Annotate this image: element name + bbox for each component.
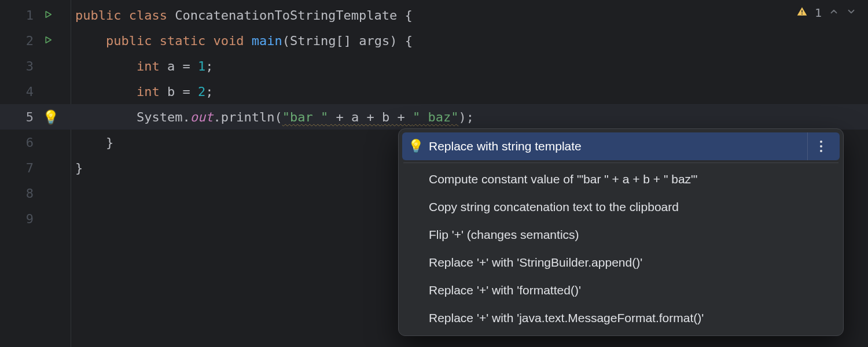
line-number[interactable]: 2 bbox=[0, 28, 39, 53]
svg-rect-1 bbox=[801, 13, 803, 14]
intention-label: Replace with string template bbox=[429, 139, 582, 153]
gutter-icons-column: 💡 bbox=[39, 0, 71, 347]
gutter-icon-row bbox=[39, 28, 71, 53]
code-line-current[interactable]: System.out.println("bar " + a + b + " ba… bbox=[71, 104, 868, 130]
inspections-widget[interactable]: 1 bbox=[796, 3, 856, 22]
line-number[interactable]: 7 bbox=[0, 155, 39, 180]
svg-rect-0 bbox=[801, 10, 803, 12]
number-literal: 1 bbox=[198, 59, 205, 73]
gutter-icon-row: 💡 bbox=[39, 104, 71, 130]
vertical-dots-icon bbox=[820, 141, 822, 152]
gutter-icon-row bbox=[39, 155, 71, 180]
string-literal: " baz" bbox=[413, 110, 458, 124]
intention-label: Replace '+' with 'StringBuilder.append()… bbox=[429, 256, 642, 270]
code-line[interactable]: int a = 1; bbox=[71, 53, 868, 79]
chevron-up-icon[interactable] bbox=[829, 6, 839, 20]
line-number[interactable]: 3 bbox=[0, 53, 39, 79]
param-name: args bbox=[359, 34, 389, 48]
intention-item[interactable]: Replace '+' with 'StringBuilder.append()… bbox=[402, 249, 840, 276]
intention-item[interactable]: Flip '+' (changes semantics) bbox=[402, 221, 840, 249]
keyword: class bbox=[129, 8, 167, 23]
method-name: main bbox=[252, 34, 282, 48]
intention-item[interactable]: Copy string concatenation text to the cl… bbox=[402, 193, 840, 221]
keyword: void bbox=[213, 34, 244, 48]
line-number[interactable]: 5 bbox=[0, 104, 39, 130]
warning-count: 1 bbox=[815, 6, 822, 20]
gutter-icon-row bbox=[39, 79, 71, 104]
lightbulb-icon[interactable]: 💡 bbox=[43, 110, 58, 124]
gutter-icon-row bbox=[39, 130, 71, 155]
run-icon[interactable] bbox=[43, 8, 53, 23]
intention-item-selected[interactable]: 💡 Replace with string template bbox=[402, 132, 840, 160]
line-number[interactable]: 6 bbox=[0, 130, 39, 155]
intention-item[interactable]: Replace '+' with 'java.text.MessageForma… bbox=[402, 304, 840, 332]
warning-icon[interactable] bbox=[796, 6, 808, 20]
line-number[interactable]: 8 bbox=[0, 180, 39, 206]
line-number[interactable]: 9 bbox=[0, 206, 39, 231]
intention-label: Flip '+' (changes semantics) bbox=[429, 228, 579, 242]
class-name: ConcatenationToStringTemplate bbox=[175, 8, 397, 23]
line-number[interactable]: 1 bbox=[0, 2, 39, 28]
intention-actions-popup[interactable]: 💡 Replace with string template Compute c… bbox=[398, 128, 844, 336]
string-literal: "bar " bbox=[282, 110, 328, 124]
intention-label: Copy string concatenation text to the cl… bbox=[429, 200, 679, 214]
line-number-gutter: 123456789 bbox=[0, 0, 39, 347]
number-literal: 2 bbox=[198, 84, 205, 99]
gutter-icon-row bbox=[39, 180, 71, 206]
code-editor: 123456789 💡 public class ConcatenationTo… bbox=[0, 0, 868, 347]
keyword: int bbox=[137, 84, 160, 99]
type: String bbox=[290, 34, 336, 48]
more-actions-button[interactable] bbox=[807, 132, 834, 160]
intention-label: Replace '+' with 'formatted()' bbox=[429, 283, 581, 297]
run-icon[interactable] bbox=[43, 34, 53, 48]
intention-item[interactable]: Replace '+' with 'formatted()' bbox=[402, 276, 840, 304]
code-line[interactable]: public static void main(String[] args) { bbox=[71, 28, 868, 53]
code-line[interactable]: public class ConcatenationToStringTempla… bbox=[71, 2, 868, 28]
brace: { bbox=[405, 8, 413, 23]
lightbulb-icon: 💡 bbox=[408, 139, 424, 154]
gutter-icon-row bbox=[39, 53, 71, 79]
intention-label: Compute constant value of '"bar " + a + … bbox=[429, 172, 698, 186]
chevron-down-icon[interactable] bbox=[846, 6, 856, 20]
static-field: out bbox=[190, 110, 214, 124]
gutter-icon-row bbox=[39, 2, 71, 28]
keyword: static bbox=[160, 34, 205, 48]
line-number[interactable]: 4 bbox=[0, 79, 39, 104]
keyword: int bbox=[137, 59, 160, 73]
warning-span[interactable]: "bar " + a + b + " baz" bbox=[282, 110, 459, 124]
intention-label: Replace '+' with 'java.text.MessageForma… bbox=[429, 311, 704, 325]
intention-item[interactable]: Compute constant value of '"bar " + a + … bbox=[402, 165, 840, 193]
keyword: public bbox=[75, 8, 121, 23]
keyword: public bbox=[106, 34, 152, 48]
gutter-icon-row bbox=[39, 206, 71, 231]
popup-separator bbox=[403, 163, 838, 163]
code-line[interactable]: int b = 2; bbox=[71, 79, 868, 104]
